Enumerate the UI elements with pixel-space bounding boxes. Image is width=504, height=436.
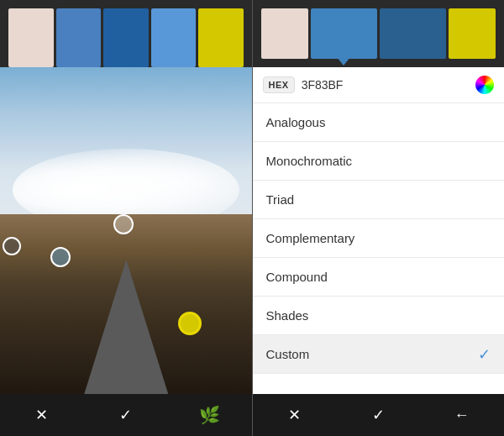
road-container [0,214,252,394]
right-cancel-icon: ✕ [288,406,301,424]
left-swatch-3[interactable] [151,8,197,67]
right-swatch-0[interactable] [261,8,308,59]
right-panel: HEX 3F83BF Analogous Monochromatic Triad… [253,0,505,436]
left-panel: ✕ ✓ 🌿 [0,0,252,436]
cancel-icon: ✕ [35,406,48,424]
shades-label: Shades [266,308,309,323]
left-cancel-button[interactable]: ✕ [25,398,59,432]
left-effects-button[interactable]: 🌿 [193,398,227,432]
picker-circle-blue[interactable] [50,247,71,267]
right-cancel-button[interactable]: ✕ [277,398,311,432]
left-toolbar: ✕ ✓ 🌿 [0,394,252,436]
custom-label: Custom [266,347,310,361]
menu-item-complementary[interactable]: Complementary [253,219,505,258]
menu-item-compound[interactable]: Compound [253,258,505,297]
menu-item-analogous[interactable]: Analogous [253,103,505,142]
left-confirm-button[interactable]: ✓ [109,398,143,432]
hex-badge: HEX [263,76,295,93]
left-swatch-1[interactable] [56,8,102,67]
right-color-strip [253,0,505,67]
hex-value[interactable]: 3F83BF [302,78,469,92]
triad-label: Triad [266,192,295,207]
menu-item-shades[interactable]: Shades [253,297,505,335]
left-swatch-0[interactable] [8,8,54,67]
selected-checkmark: ✓ [478,345,491,364]
analogous-label: Analogous [266,115,326,129]
right-swatch-1[interactable] [311,8,377,59]
right-back-button[interactable]: → [445,398,479,432]
menu-item-custom[interactable]: Custom ✓ [253,335,505,374]
menu-item-triad[interactable]: Triad [253,181,505,219]
confirm-icon: ✓ [119,406,132,424]
effects-icon: 🌿 [199,405,220,425]
right-confirm-button[interactable]: ✓ [361,398,395,432]
right-toolbar: ✕ ✓ → [253,394,505,436]
left-swatch-2[interactable] [103,8,149,67]
image-area[interactable] [0,67,252,394]
menu-list: Analogous Monochromatic Triad Complement… [253,103,505,394]
menu-item-monochromatic[interactable]: Monochromatic [253,142,505,181]
color-wheel-button[interactable] [475,76,494,94]
right-swatch-2[interactable] [380,8,446,59]
right-swatch-3[interactable] [449,8,496,59]
back-arrow-icon: → [454,407,470,424]
active-swatch-pointer [337,57,350,66]
complementary-label: Complementary [266,231,355,245]
picker-circle-white[interactable] [113,214,134,234]
compound-label: Compound [266,270,328,284]
right-confirm-icon: ✓ [372,406,385,424]
left-color-strip [0,0,252,67]
hex-row: HEX 3F83BF [253,67,505,103]
left-swatch-4[interactable] [198,8,244,67]
monochromatic-label: Monochromatic [266,154,353,168]
picker-circle-yellow[interactable] [178,312,202,335]
